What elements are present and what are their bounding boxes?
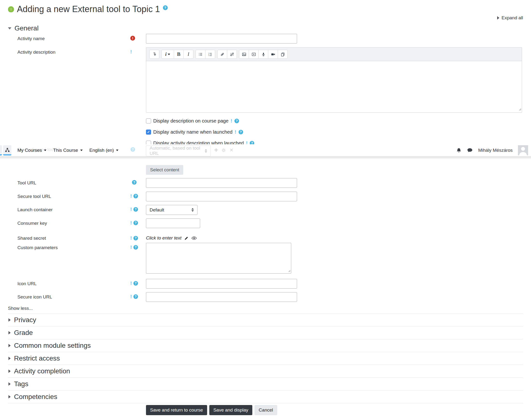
delete-tool-icon[interactable]: ✕: [229, 147, 233, 153]
custom-parameters-textarea[interactable]: [146, 243, 291, 273]
section-restrict-access[interactable]: Restrict access: [8, 352, 523, 365]
help-icon[interactable]: ?: [133, 194, 138, 198]
help-icon[interactable]: ?: [133, 281, 138, 286]
messages-icon[interactable]: [467, 148, 473, 153]
section-general[interactable]: General: [8, 24, 523, 33]
unordered-list-icon[interactable]: [196, 50, 205, 59]
add-tool-icon[interactable]: +: [214, 147, 218, 154]
section-privacy[interactable]: Privacy: [8, 314, 523, 326]
select-arrows-icon: [191, 208, 194, 212]
row-secure-icon-url: Secure icon URL !?: [8, 292, 523, 302]
pencil-icon[interactable]: [184, 236, 189, 240]
help-icon[interactable]: ?: [133, 221, 138, 225]
link-icon[interactable]: [217, 50, 227, 59]
save-and-return-button[interactable]: Save and return to course: [146, 405, 207, 415]
preconfigured-tool-actions: + ✕: [214, 147, 233, 154]
cancel-button[interactable]: Cancel: [255, 405, 277, 415]
chevron-right-icon: [8, 395, 11, 399]
navbar-shadow: [0, 156, 531, 160]
save-and-display-button[interactable]: Save and display: [209, 405, 253, 415]
italic-icon[interactable]: I: [183, 50, 193, 59]
editor-textarea[interactable]: [146, 61, 522, 112]
select-content-button[interactable]: Select content: [146, 165, 183, 175]
show-less-link[interactable]: Show less...: [8, 306, 523, 311]
help-icon[interactable]: ?: [234, 119, 239, 123]
help-icon[interactable]: ?: [132, 180, 137, 185]
row-custom-parameters: Custom parameters !?: [8, 243, 523, 275]
collapse-toolbar-icon[interactable]: [149, 50, 159, 59]
section-activity-completion[interactable]: Activity completion: [8, 365, 523, 377]
preconfigured-tool-select[interactable]: Automatic, based on tool URL: [146, 145, 211, 156]
sitemap-icon[interactable]: [3, 145, 11, 155]
help-icon[interactable]: ?: [239, 130, 243, 134]
advanced-field-icon: !: [130, 49, 132, 54]
help-icon[interactable]: ?: [133, 294, 138, 299]
nav-this-course[interactable]: This Course: [50, 144, 86, 156]
advanced-field-icon: !: [130, 236, 132, 240]
advanced-field-icon: !: [130, 220, 132, 225]
chevron-down-icon: [80, 150, 83, 151]
section-tags[interactable]: Tags: [8, 377, 523, 390]
nav-language[interactable]: English (en): [86, 144, 122, 156]
eye-icon[interactable]: [191, 236, 197, 240]
collapsed-sections: Privacy Grade Common module settings Res…: [8, 314, 523, 403]
user-name[interactable]: Mihály Mészáros: [478, 148, 513, 153]
row-tool-url: Tool URL ?: [8, 178, 523, 188]
advanced-field-icon: !: [130, 194, 132, 198]
help-icon[interactable]: ?: [133, 207, 138, 212]
help-icon[interactable]: ?: [133, 245, 138, 250]
page-title: Adding a new External tool to Topic 1: [17, 4, 160, 15]
gear-icon[interactable]: [221, 148, 226, 152]
nav-tab-partial[interactable]: [0, 145, 2, 155]
image-icon[interactable]: [239, 50, 249, 59]
chevron-right-icon: [8, 331, 11, 334]
secure-tool-url-input[interactable]: [146, 192, 297, 201]
section-common-module-settings[interactable]: Common module settings: [8, 339, 523, 352]
ordered-list-icon[interactable]: 123: [205, 50, 215, 59]
consumer-key-input[interactable]: [146, 218, 200, 228]
manage-files-icon[interactable]: [278, 50, 288, 59]
row-icon-url: Icon URL !?: [8, 279, 523, 288]
expand-all-link[interactable]: Expand all: [8, 15, 523, 21]
resize-handle-icon[interactable]: [518, 106, 521, 112]
display-activity-name-checkbox[interactable]: ✓: [146, 130, 151, 135]
avatar[interactable]: [518, 145, 528, 155]
icon-url-input[interactable]: [146, 279, 297, 288]
secure-icon-url-input[interactable]: [146, 292, 297, 302]
page-header: ↑ Adding a new External tool to Topic 1 …: [8, 0, 523, 15]
notifications-bell-icon[interactable]: [456, 148, 462, 153]
help-icon[interactable]: ?: [133, 236, 138, 240]
launch-container-select[interactable]: Default: [146, 205, 197, 215]
form-actions: Save and return to course Save and displ…: [146, 405, 523, 415]
section-grade[interactable]: Grade: [8, 326, 523, 339]
row-launch-container: Launch container !? Default: [8, 205, 523, 215]
required-icon: !: [130, 36, 135, 41]
shared-secret-inline-edit[interactable]: Click to enter text: [146, 235, 182, 241]
resize-handle-icon[interactable]: [288, 268, 290, 273]
activity-name-input[interactable]: [146, 34, 297, 44]
advanced-field-icon: !: [230, 119, 232, 123]
advanced-field-icon: !: [130, 245, 132, 250]
editor-toolbar: i B I 123: [146, 48, 522, 61]
help-icon[interactable]: ?: [163, 5, 168, 10]
advanced-field-icon: !: [130, 207, 132, 212]
row-shared-secret: Shared secret !? Click to enter text: [8, 233, 523, 241]
unlink-icon[interactable]: [227, 50, 237, 59]
media-icon[interactable]: [249, 50, 258, 59]
activity-name-label: Activity name: [8, 34, 129, 41]
chevron-right-icon: [8, 344, 11, 347]
chevron-right-icon: [8, 357, 11, 360]
chevron-right-icon: [8, 382, 11, 386]
display-description-checkbox[interactable]: [146, 119, 151, 123]
record-audio-icon[interactable]: [258, 50, 268, 59]
tool-url-input[interactable]: [146, 178, 297, 188]
help-icon: ?: [131, 147, 135, 152]
row-display-activity-name: ✓ Display activity name when launched ! …: [146, 129, 523, 135]
paragraph-style-icon[interactable]: i: [161, 50, 174, 59]
bold-icon[interactable]: B: [174, 50, 184, 59]
record-video-icon[interactable]: [268, 50, 278, 59]
activity-description-label: Activity description: [8, 47, 129, 55]
svg-text:3: 3: [208, 55, 209, 56]
row-activity-description: Activity description ! i B I: [8, 47, 523, 113]
section-competencies[interactable]: Competencies: [8, 390, 523, 403]
